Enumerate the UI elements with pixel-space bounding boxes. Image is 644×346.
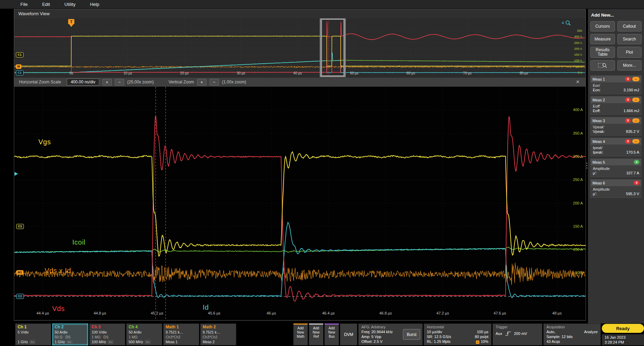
add-new-line: Add [309,326,323,330]
trace-power [14,263,585,285]
bandwidth-limit-chip: Bw [108,340,113,344]
rising-edge-icon [505,331,512,336]
acquisition-mode: Auto, [546,329,555,334]
trigger-title: Trigger [496,325,539,329]
waveform-view-panel: Waveform View T 4 0s10 µs20 µs30 µs40 µs… [14,9,586,321]
horizontal-title: Horizontal [427,325,488,329]
meas-value-label: Eon: [593,88,601,92]
channel-badge-ch3[interactable]: Ch 3100 V/div1 MΩ DS100 MHzBw [89,324,125,345]
channel-badge-math1[interactable]: Math 19.7521 k…Ch3*Ch2Meas 1 [163,324,199,345]
horizontal-record-length: RL: 1.25 Mpts [427,339,450,344]
search-button[interactable]: Search [617,34,642,44]
meas-panel-6[interactable]: Meas 63Amplitudeµ':595.3 V [590,179,642,198]
channel-badge-math2[interactable]: Math 29.7521 k…Ch3*Ch2Meas 2 [200,324,236,345]
channel-coupling [18,335,49,339]
meas-value-label: Ipeak: [593,150,603,154]
channel-label: Ch 1 [18,325,49,330]
meas-value-line: Eon:3.190 mJ [591,88,641,94]
meas-panel-3[interactable]: Meas 33↔Vpeak'Vpeak:835.2 V [590,117,642,136]
h-zoom-scale-value[interactable]: 400.00 ns/div [67,79,99,85]
dvm-button[interactable]: DVM [340,324,357,345]
plot-button[interactable]: Plot [617,47,642,58]
acquisition-panel[interactable]: Acquisition Auto, Analyze Sample: 12 bit… [543,324,601,345]
ready-status-button[interactable]: Ready [602,324,644,333]
screen-capture-icon [598,62,607,69]
meas-name: Meas 4 [592,139,624,144]
channel-coupling: Ch3*Ch2 [166,335,197,339]
channel-badge-ch2[interactable]: Ch 250 A/div50 Ω DS1 GHzBw [52,324,88,345]
meas-panel-5[interactable]: Meas 54Amplitudeµ':107.7 A [590,158,642,177]
menu-utility[interactable]: Utility [57,0,83,9]
right-sidebar: Add New... CursorsCalloutMeasureSearchRe… [588,9,644,324]
h-zoom-scale-label: Horizontal Zoom Scale [19,80,61,84]
zoomed-waveform-plot[interactable]: Vgs Icoil Vds x Id Vds Id 44.4 µs44.8 µs… [14,87,586,320]
meas-count-badge: 3 [625,139,631,144]
add-new-line: Math [294,335,307,339]
acquisition-analyze: Analyze [584,329,598,334]
ch2-position-marker[interactable] [15,172,18,176]
meas-value-line: Vpeak:835.2 V [591,129,641,135]
add-new-ref-button[interactable]: AddNewRef [309,324,323,345]
meas-value: 595.3 V [626,192,639,196]
add-new-bus-button[interactable]: AddNewBus [324,324,339,345]
meas-panel-4[interactable]: Meas 43↔Ipeak'Ipeak:170.5 A [590,138,642,156]
horizontal-position: u10% [476,339,488,344]
meas-value-line: µ':595.3 V [591,191,641,198]
afg-amplitude: Amp: 5 Vpp [361,334,400,339]
menu-file[interactable]: File [13,0,35,9]
channel-scale: 9.7521 k… [203,330,234,335]
add-new-title: Add New... [591,12,642,18]
trigger-marker-arrow [69,24,73,27]
meas-value: 1.666 mJ [624,109,639,113]
add-new-line: New [294,330,307,335]
meas-value: 3.190 mJ [624,88,639,92]
measurement-results-list: Meas 13↔Eon'Eon:3.190 mJMeas 23↔Eoff'Eof… [590,75,642,198]
horizontal-window: 100 µs [477,329,488,334]
v-zoom-in-button[interactable]: + [197,79,206,85]
menu-edit[interactable]: Edit [35,0,57,9]
burst-button[interactable]: Burst [403,329,420,340]
divider-dot [586,165,587,166]
channel-label: Math 2 [203,325,234,330]
add-new-line: Ref [309,335,323,339]
meas-count-badge: ↔ [632,139,640,144]
trigger-panel[interactable]: Trigger Aux 200 mV [493,324,542,345]
channel-badge-ch4[interactable]: Ch 450 A/div1 MΩ500 MHzBw [126,324,162,345]
channel-scale: 9.7521 k… [166,330,197,335]
meas-label-line: Amplitude [591,165,641,171]
meas-panel-1[interactable]: Meas 13↔Eon'Eon:3.190 mJ [590,75,642,94]
horizontal-panel[interactable]: Horizontal 10 µs/div 100 µs SR: 12.5 GS/… [424,324,491,345]
results-table-button[interactable]: Results Table [590,47,615,58]
meas-header: Meas 13↔ [591,76,641,82]
channel-coupling: Ch3*Ch2 [203,335,234,339]
bandwidth-limit-chip: Bw [30,340,35,344]
channel-badge-ch1[interactable]: Ch 15 V/div 1 GHzBw [15,324,51,345]
screen-capture-button[interactable] [590,60,615,71]
position-icon: u [476,340,479,344]
v-zoom-out-button[interactable]: − [210,79,219,85]
add-new-line: Add [325,326,339,330]
meas-panel-2[interactable]: Meas 23↔Eoff'Eoff:1.666 mJ [590,96,642,115]
bandwidth-limit-chip: Bw [145,340,150,344]
meas-value: 170.5 A [626,150,639,154]
callout-button[interactable]: Callout [617,21,642,31]
meas-value-label: µ': [593,192,597,196]
afg-panel[interactable]: AFG: Arbitrary Freq: 20.9644 kHz Amp: 5 … [358,324,423,345]
overview-plot[interactable]: T 4 0s10 µs20 µs30 µs40 µs50 µs60 µs70 µ… [14,18,586,77]
add-new-math-button[interactable]: AddNewMath [293,324,308,345]
menu-help[interactable]: Help [83,0,107,9]
cursors-button[interactable]: Cursors [590,21,615,31]
h-zoom-in-button[interactable]: + [102,79,112,85]
add-new-line: New [309,330,323,335]
h-zoom-out-button[interactable]: − [115,79,124,85]
afg-title: AFG: Arbitrary [361,325,400,329]
more-button[interactable]: More... [617,60,642,71]
close-zoom-button[interactable]: × [574,79,581,85]
status-column: Ready 16 Jan 2023 3:28:24 PM [602,324,644,345]
bandwidth-limit-chip: Bw [67,340,72,344]
divider-dot [586,167,587,169]
meas-name: Meas 2 [592,98,624,102]
meas-header: Meas 33↔ [591,117,641,124]
panel-divider-handle[interactable] [586,157,588,173]
measure-button[interactable]: Measure [590,34,615,44]
